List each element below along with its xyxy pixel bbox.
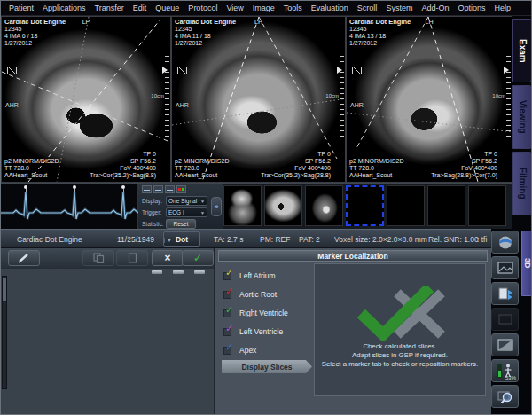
menu-addon[interactable]: Add-On: [418, 3, 452, 13]
dot-dropdown-button[interactable]: Dot ▼: [163, 231, 200, 247]
overlay-top-left: Cardiac Dot Engine 12345 4 IMA 13 / 18 1…: [349, 19, 411, 47]
mri-viewport-2[interactable]: Cardiac Dot Engine 12345 4 IMA 11 / 18 1…: [171, 16, 346, 183]
tab-filming[interactable]: Filming: [512, 152, 532, 215]
contrast-image-icon: [497, 338, 514, 352]
patient-orientation-button[interactable]: [491, 231, 519, 254]
trigger-marker-stem: [123, 189, 124, 192]
marker-checkbox[interactable]: ✓: [223, 291, 231, 299]
protocol-queue-panel: × ✓ 1 Localizer 2 Localizer@isocenter 3 …: [1, 248, 214, 415]
scale-ruler: [165, 51, 169, 139]
menu-help[interactable]: Help: [490, 3, 514, 13]
no-tilt-icon: [7, 67, 17, 74]
overlay-bottom-right: TP 0 SP F56.2 FoV 400*400 Tra>Cor(35.2)>…: [90, 151, 156, 179]
cancel-button[interactable]: ×: [152, 250, 184, 266]
menu-options[interactable]: Options: [454, 3, 489, 13]
display-settings-button[interactable]: [491, 256, 519, 279]
marker-checkbox[interactable]: ✓: [223, 309, 231, 317]
menu-system[interactable]: System: [382, 3, 416, 13]
edit-protocol-button[interactable]: [8, 250, 40, 266]
menu-evaluation[interactable]: Evaluation: [308, 3, 352, 13]
head-icon: [497, 235, 514, 250]
engine-title: Cardiac Dot Engine: [17, 235, 82, 244]
display-select[interactable]: One Signal ▼: [166, 196, 207, 206]
no-tilt-icon: [177, 67, 187, 74]
pencil-icon: [18, 253, 30, 263]
trigger-select[interactable]: ECG I ▼: [166, 208, 207, 217]
overlay-bottom-right: TP 0 SP F56.2 FoV 400*400 Tra>Cor(35.2)>…: [261, 151, 331, 179]
waveform-icon[interactable]: [142, 185, 152, 193]
confirm-button[interactable]: ✓: [182, 250, 214, 266]
display-slices-button[interactable]: Display Slices: [222, 360, 312, 373]
trigger-marker-stem: [26, 189, 27, 192]
trigger-marker-stem: [74, 189, 75, 192]
check-icon: ✓: [225, 342, 233, 352]
image-adjust-button[interactable]: [491, 333, 519, 356]
tab-viewing[interactable]: Viewing: [512, 85, 532, 149]
overlay-bottom-right: TP 0 SP F56.2 FoV 400*400 Tra>Sag(28.8)>…: [431, 151, 497, 179]
menu-protocol[interactable]: Protocol: [184, 3, 221, 13]
marker-checkbox[interactable]: ✓: [223, 328, 231, 336]
menu-bar: Patient Applications Transfer Edit Queue…: [1, 1, 532, 16]
marker-checkbox[interactable]: ✓: [223, 272, 231, 280]
overlay-top-left: Cardiac Dot Engine 12345 4 IMA 6 / 18 1/…: [4, 19, 66, 47]
scale-ruler: [506, 51, 511, 139]
orientation-label-left: AHR: [5, 102, 19, 108]
physio-strip: Display: One Signal ▼ Trigger: ECG I ▼ S…: [1, 183, 512, 229]
patient-birthdate: 11/25/1949: [117, 235, 154, 244]
check-icon: ✓: [225, 324, 233, 333]
menu-transfer[interactable]: Transfer: [91, 3, 128, 13]
check-icon: ✓: [225, 268, 233, 278]
orientation-label-left: AHR: [350, 102, 364, 108]
waveform-icon[interactable]: [165, 185, 175, 193]
task-result-box: Check calculated slices. Adapt slices in…: [314, 263, 486, 396]
menu-tools[interactable]: Tools: [280, 3, 306, 13]
scrollbar-thumb[interactable]: [3, 278, 6, 301]
thumbnail-axial[interactable]: [264, 185, 302, 226]
thumbnail-sagittal[interactable]: [223, 185, 262, 226]
ruler-label: 10cm: [492, 93, 505, 98]
protocol-scrollbar[interactable]: [2, 276, 7, 389]
check-icon: ✓: [225, 286, 233, 296]
application-window: Patient Applications Transfer Edit Queue…: [0, 0, 532, 415]
chevron-down-icon: ▼: [200, 210, 205, 215]
copy-button[interactable]: [82, 250, 114, 266]
mri-viewport-3[interactable]: Cardiac Dot Engine 12345 4 IMA 13 / 18 1…: [346, 16, 512, 183]
marker-checkbox[interactable]: ✓: [223, 347, 231, 355]
chevron-down-icon: ▼: [164, 238, 174, 243]
expand-physio-button[interactable]: »: [211, 197, 222, 216]
page-icon: [127, 253, 138, 263]
menu-queue[interactable]: Queue: [152, 3, 183, 13]
thumbnail-oblique[interactable]: [305, 185, 343, 226]
thumbnail-slot-empty[interactable]: [427, 185, 466, 226]
exam-status-bar: Cardiac Dot Engine 11/25/1949 Dot ▼ TA: …: [1, 229, 491, 248]
display-label: Display:: [142, 198, 166, 204]
mri-viewport-1[interactable]: Cardiac Dot Engine 12345 4 IMA 6 / 18 1/…: [1, 16, 171, 183]
reset-button[interactable]: Reset: [166, 219, 196, 229]
signal-type-icons: [142, 185, 186, 193]
trigger-label: Trigger:: [142, 209, 166, 215]
thumbnail-slot-empty[interactable]: [387, 185, 425, 226]
orientation-label-top: LP: [82, 19, 90, 26]
tab-3d[interactable]: 3D: [521, 231, 532, 296]
waveform-icon[interactable]: [153, 185, 163, 193]
status-ta: TA: 2.7 s: [214, 235, 243, 244]
thumbnail-slot-empty[interactable]: [468, 185, 506, 226]
overlay-bottom-left: p2 MINORM/DIS2D TT 728.0 AAHeart_Scout: [349, 158, 403, 179]
menu-edit[interactable]: Edit: [129, 3, 151, 13]
status-pat: PAT: 2: [299, 235, 320, 244]
ruler-label: 10cm: [325, 93, 339, 98]
menu-applications[interactable]: Applications: [39, 3, 90, 13]
paste-button[interactable]: [116, 250, 148, 266]
image-search-button[interactable]: [491, 385, 519, 408]
menu-image[interactable]: Image: [249, 3, 278, 13]
sar-monitor-button[interactable]: 53%: [491, 359, 519, 382]
menu-patient[interactable]: Patient: [5, 3, 37, 13]
menu-scroll[interactable]: Scroll: [354, 3, 381, 13]
disabled-tool-button: [491, 308, 519, 331]
menu-view[interactable]: View: [223, 3, 246, 13]
thumbnail-slot-selected[interactable]: [346, 185, 384, 226]
export-button[interactable]: [491, 282, 519, 305]
orientation-label-top: LH: [426, 19, 434, 26]
workflow-tab-strip: Exam Viewing Filming: [512, 16, 532, 229]
tab-exam[interactable]: Exam: [512, 19, 532, 82]
